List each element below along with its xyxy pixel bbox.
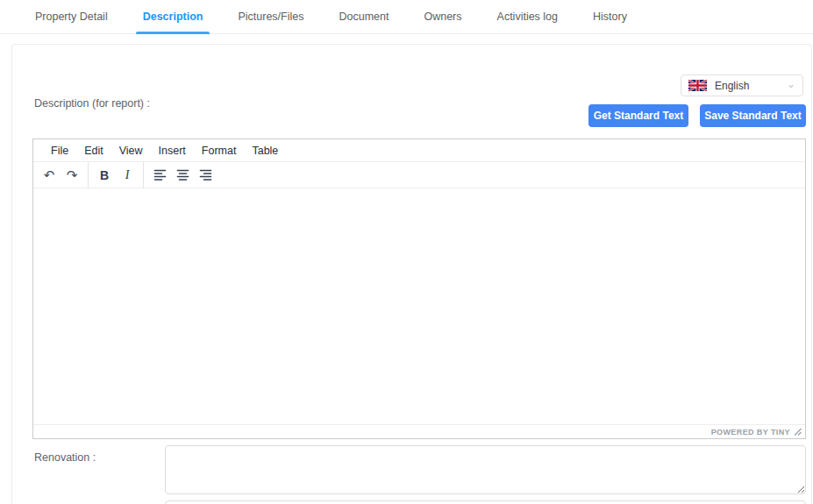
bold-button[interactable]: B (93, 165, 116, 186)
editor-toolbar: ↶ ↷ B I (33, 162, 805, 188)
undo-icon: ↶ (44, 168, 55, 181)
menu-edit[interactable]: Edit (76, 145, 111, 157)
align-center-icon (176, 168, 189, 181)
tab-history[interactable]: History (575, 0, 645, 34)
chevron-down-icon: ⌄ (787, 80, 795, 89)
description-for-report-label: Description (for report) : (34, 97, 150, 110)
language-selected-value: English (715, 80, 787, 92)
align-right-button[interactable] (194, 165, 217, 186)
editor-menubar: File Edit View Insert Format Table (33, 139, 805, 162)
editor-statusbar: POWERED BY TINY (33, 424, 805, 438)
redo-button[interactable]: ↷ (61, 165, 83, 186)
tab-activities-log[interactable]: Activities log (480, 0, 575, 34)
next-field-textarea[interactable] (165, 500, 806, 504)
editor-resize-handle-icon[interactable] (794, 428, 802, 436)
toolbar-group-history: ↶ ↷ (33, 162, 89, 188)
italic-button[interactable]: I (116, 165, 139, 186)
tab-owners[interactable]: Owners (406, 0, 479, 34)
undo-button[interactable]: ↶ (38, 165, 61, 186)
toolbar-group-alignment (144, 162, 221, 188)
tab-property-detail[interactable]: Property Detail (18, 0, 125, 34)
editor-content-area[interactable] (33, 188, 805, 424)
uk-flag-icon (688, 80, 707, 91)
toolbar-group-formatting: B I (89, 162, 144, 188)
tab-document[interactable]: Document (321, 0, 406, 34)
bold-icon: B (100, 168, 109, 182)
save-standard-text-button[interactable]: Save Standard Text (700, 104, 806, 127)
powered-by-tiny-link[interactable]: POWERED BY TINY (711, 428, 790, 437)
align-center-button[interactable] (171, 165, 194, 186)
align-left-icon (153, 168, 167, 181)
menu-view[interactable]: View (111, 145, 151, 157)
menu-format[interactable]: Format (194, 145, 245, 157)
description-panel: English ⌄ Description (for report) : Get… (11, 44, 812, 504)
redo-icon: ↷ (67, 168, 78, 181)
rich-text-editor: File Edit View Insert Format Table ↶ ↷ B (32, 138, 806, 439)
tab-bar: Property Detail Description Pictures/Fil… (0, 0, 813, 34)
menu-insert[interactable]: Insert (151, 145, 194, 157)
tab-description[interactable]: Description (125, 0, 221, 34)
align-left-button[interactable] (148, 165, 171, 186)
language-dropdown[interactable]: English ⌄ (681, 75, 803, 96)
menu-table[interactable]: Table (244, 145, 286, 157)
menu-file[interactable]: File (43, 145, 76, 157)
renovation-textarea[interactable] (165, 445, 806, 494)
tab-pictures-files[interactable]: Pictures/Files (220, 0, 321, 34)
align-right-icon (199, 168, 212, 181)
get-standard-text-button[interactable]: Get Standard Text (588, 104, 688, 127)
renovation-label: Renovation : (34, 451, 96, 464)
italic-icon: I (125, 168, 130, 182)
